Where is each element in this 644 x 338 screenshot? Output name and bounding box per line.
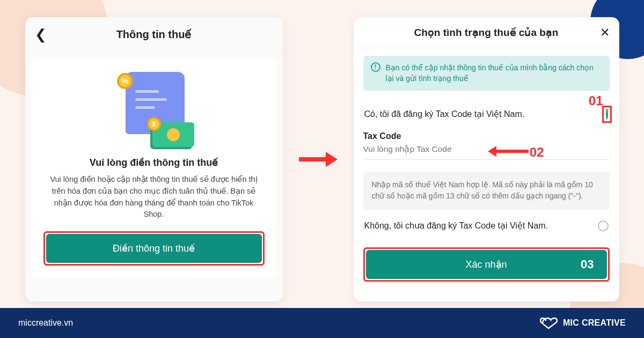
- info-banner-text: Bạn có thể cập nhật thông tin thuế của m…: [386, 62, 602, 84]
- taxcode-note: Nhập mã số thuế Việt Nam hợp lệ. Mã số n…: [363, 172, 610, 210]
- left-body: % $ Vui lòng điền thông tin thuế Vui lòn…: [32, 58, 276, 278]
- tax-illustration: % $: [114, 73, 194, 147]
- left-subtitle: Vui lòng điền thông tin thuế: [43, 157, 265, 168]
- confirm-button-label: Xác nhận: [465, 259, 507, 270]
- fill-tax-button[interactable]: Điền thông tin thuế: [46, 234, 262, 263]
- radio-no[interactable]: [598, 221, 609, 231]
- left-title: Thông tin thuế: [116, 28, 192, 41]
- radio-yes[interactable]: [606, 108, 608, 120]
- step-label-01: 01: [589, 93, 603, 108]
- money-icon: $: [152, 122, 194, 147]
- right-title: Chọn tình trạng thuế của bạn: [414, 26, 559, 39]
- option-yes-highlight: [602, 106, 612, 123]
- left-description: Vui lòng điền hoặc cập nhật thông tin th…: [43, 174, 265, 221]
- confirm-highlight: Xác nhận 03: [363, 247, 610, 282]
- info-banner: ! Bạn có thể cập nhật thông tin thuế của…: [363, 56, 610, 91]
- right-screen: Chọn tình trạng thuế của bạn ✕ ! Bạn có …: [354, 17, 619, 302]
- option-yes-label: Có, tôi đã đăng ký Tax Code tại Việt Nam…: [364, 109, 525, 119]
- screenshot-stage: ❮ Thông tin thuế % $ Vui lòng điền thông…: [0, 11, 644, 308]
- taxcode-input[interactable]: [363, 141, 610, 160]
- step02-arrow-icon: [488, 146, 529, 157]
- option-no-label: Không, tôi chưa đăng ký Tax Code tại Việ…: [364, 221, 548, 231]
- close-icon[interactable]: ✕: [600, 26, 610, 40]
- footer-brand-text: MIC CREATIVE: [563, 318, 626, 328]
- option-yes-row[interactable]: Có, tôi đã đăng ký Tax Code tại Việt Nam…: [363, 91, 610, 130]
- left-header: ❮ Thông tin thuế: [25, 17, 283, 52]
- option-no-row[interactable]: Không, tôi chưa đăng ký Tax Code tại Việ…: [363, 210, 610, 239]
- step-label-02: 02: [530, 145, 544, 160]
- right-header: Chọn tình trạng thuế của bạn ✕: [354, 17, 619, 48]
- confirm-button[interactable]: Xác nhận 03: [366, 250, 607, 279]
- taxcode-label: Tax Code: [363, 131, 610, 141]
- percent-coin-icon: %: [117, 73, 133, 89]
- brand-logo-icon: [539, 317, 558, 329]
- left-screen: ❮ Thông tin thuế % $ Vui lòng điền thông…: [25, 17, 283, 302]
- footer-site: miccreative.vn: [18, 318, 73, 328]
- flow-arrow-icon: [299, 152, 338, 167]
- back-icon[interactable]: ❮: [35, 26, 47, 42]
- footer-bar: miccreative.vn MIC CREATIVE: [0, 308, 644, 338]
- fill-tax-highlight: Điền thông tin thuế: [43, 231, 265, 266]
- info-icon: !: [371, 62, 380, 72]
- footer-brand: MIC CREATIVE: [539, 317, 626, 329]
- step-label-03: 03: [581, 258, 594, 271]
- right-body: ! Bạn có thể cập nhật thông tin thuế của…: [354, 48, 619, 239]
